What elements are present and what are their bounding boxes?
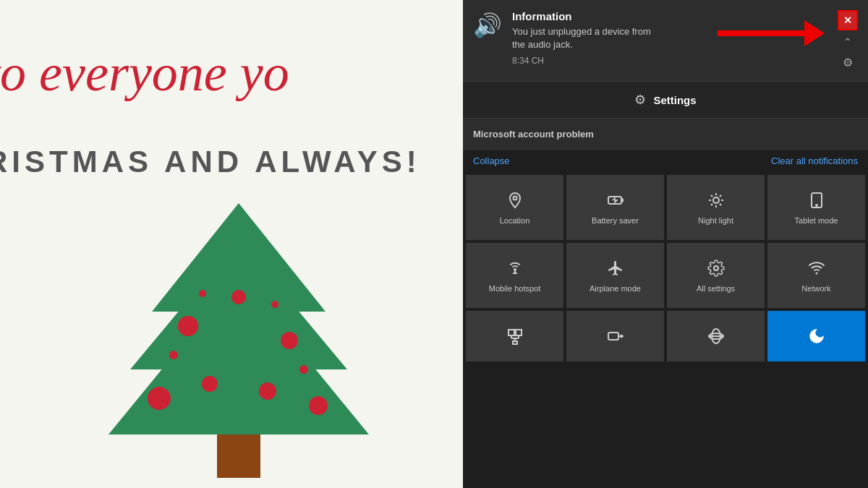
mobile-hotspot-icon — [506, 260, 524, 280]
tile-network-label: Network — [801, 284, 830, 294]
tile-project[interactable] — [466, 311, 563, 361]
tile-mobile-hotspot[interactable]: Mobile hotspot — [466, 243, 563, 308]
tile-battery-saver-label: Battery saver — [592, 216, 639, 226]
tile-all-settings-label: All settings — [697, 284, 735, 294]
night-light-icon — [707, 192, 725, 212]
project-icon — [506, 328, 524, 348]
svg-line-24 — [710, 204, 712, 205]
notification-settings-button[interactable]: ⚙ — [839, 53, 856, 71]
action-center-panel: 🔊 Information You just unplugged a devic… — [463, 0, 868, 488]
all-settings-icon — [707, 260, 725, 280]
svg-point-4 — [178, 316, 198, 336]
tile-mobile-hotspot-label: Mobile hotspot — [489, 284, 541, 294]
tile-night-light[interactable]: Night light — [667, 175, 765, 240]
tile-location[interactable]: Location — [466, 175, 563, 240]
tile-battery-saver[interactable]: Battery saver — [566, 175, 664, 240]
svg-line-25 — [719, 195, 720, 197]
tile-tablet-mode-label: Tablet mode — [795, 216, 838, 226]
notification-controls: Collapse Clear all notifications — [463, 150, 868, 172]
svg-point-6 — [231, 290, 246, 304]
settings-bar-label: Settings — [653, 94, 696, 106]
svg-point-8 — [309, 396, 328, 415]
arrow-shaft — [718, 30, 804, 36]
svg-rect-16 — [621, 199, 623, 202]
clear-all-link[interactable]: Clear all notifications — [771, 155, 858, 166]
tablet-mode-icon — [808, 192, 825, 212]
svg-line-22 — [710, 195, 712, 197]
svg-rect-3 — [217, 435, 260, 478]
location-icon — [506, 192, 524, 212]
collapse-link[interactable]: Collapse — [473, 155, 510, 166]
airplane-mode-icon — [607, 260, 624, 280]
tile-quiet-hours[interactable] — [767, 311, 865, 361]
svg-rect-33 — [509, 330, 514, 335]
notification-action-buttons: ✕ ⌃ ⚙ — [838, 10, 858, 71]
tile-night-light-label: Night light — [698, 216, 733, 226]
notification-close-button[interactable]: ✕ — [838, 10, 858, 30]
svg-point-13 — [169, 351, 178, 359]
connect-icon — [607, 328, 624, 348]
account-problem-text: Microsoft account problem — [473, 129, 594, 140]
svg-rect-34 — [516, 330, 522, 335]
svg-rect-39 — [513, 341, 517, 344]
moon-icon — [808, 328, 825, 348]
tile-network[interactable]: Network — [767, 243, 865, 308]
vpn-icon — [707, 328, 725, 348]
arrow-head — [804, 20, 825, 46]
tile-connect[interactable] — [566, 311, 664, 361]
svg-point-31 — [714, 266, 718, 270]
settings-bar[interactable]: ⚙ Settings — [463, 82, 868, 119]
svg-point-12 — [271, 301, 278, 308]
quick-action-tiles: Location Battery saver — [463, 172, 868, 311]
tile-tablet-mode[interactable]: Tablet mode — [767, 175, 865, 240]
tile-vpn[interactable] — [667, 311, 765, 361]
svg-point-9 — [202, 376, 218, 392]
tile-airplane-mode[interactable]: Airplane mode — [566, 243, 664, 308]
account-problem-bar[interactable]: Microsoft account problem — [463, 119, 868, 150]
tile-location-label: Location — [500, 216, 530, 226]
svg-point-11 — [199, 290, 206, 297]
tile-all-settings[interactable]: All settings — [667, 243, 765, 308]
svg-point-10 — [259, 382, 276, 400]
christmas-tree — [58, 181, 420, 488]
card-text-line1: to everyone yo — [0, 43, 289, 103]
battery-saver-icon — [607, 192, 624, 212]
christmas-card-background: to everyone yo RISTMAS AND ALWAYS! — [0, 0, 463, 488]
settings-gear-icon: ⚙ — [634, 92, 646, 108]
svg-point-17 — [713, 197, 719, 203]
tile-airplane-mode-label: Airplane mode — [590, 284, 641, 294]
svg-point-32 — [815, 273, 817, 275]
svg-point-14 — [299, 365, 308, 374]
svg-rect-40 — [608, 333, 618, 340]
audio-icon: 🔊 — [473, 12, 502, 39]
svg-point-5 — [281, 332, 298, 349]
svg-point-7 — [148, 387, 171, 410]
chevron-up-button[interactable]: ⌃ — [842, 35, 854, 49]
notification-time: 8:34 CH — [512, 56, 832, 66]
svg-line-23 — [719, 204, 720, 205]
card-text-line2: RISTMAS AND ALWAYS! — [0, 145, 421, 179]
svg-point-27 — [816, 205, 817, 206]
red-arrow-annotation — [718, 20, 825, 46]
network-icon — [808, 260, 825, 280]
quick-action-tiles-bottom — [463, 311, 868, 364]
